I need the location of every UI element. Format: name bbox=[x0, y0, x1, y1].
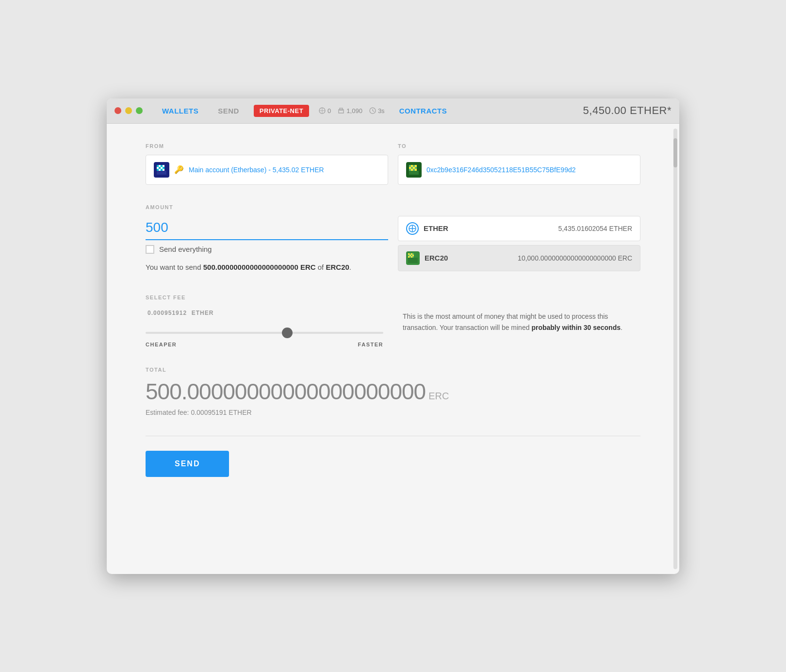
svg-rect-17 bbox=[157, 169, 159, 171]
from-account-icon bbox=[154, 162, 169, 178]
erc20-icon bbox=[406, 251, 420, 265]
currency-erc20-left: ERC20 bbox=[406, 251, 448, 265]
svg-rect-16 bbox=[163, 167, 164, 169]
fee-right: This is the most amount of money that mi… bbox=[403, 306, 640, 347]
send-button[interactable]: SEND bbox=[146, 451, 229, 477]
tab-wallets[interactable]: WALLETS bbox=[152, 98, 208, 124]
tab-contracts[interactable]: CONTRACTS bbox=[390, 107, 457, 115]
svg-rect-27 bbox=[409, 167, 411, 169]
total-label: TOTAL bbox=[146, 367, 640, 373]
tab-private-net[interactable]: PRIVATE-NET bbox=[254, 105, 309, 117]
ether-name: ETHER bbox=[424, 224, 448, 232]
erc20-balance: 10,000.00000000000000000000 ERC bbox=[518, 254, 632, 262]
divider bbox=[146, 436, 640, 436]
svg-rect-25 bbox=[413, 165, 415, 167]
send-everything-row: Send everything bbox=[146, 245, 388, 254]
to-label: TO bbox=[398, 143, 640, 149]
svg-rect-19 bbox=[161, 169, 163, 171]
from-account-name: Main account (Etherbase) - 5,435.02 ETHE… bbox=[189, 166, 324, 174]
svg-rect-29 bbox=[413, 167, 415, 169]
svg-rect-21 bbox=[157, 171, 166, 175]
svg-rect-33 bbox=[413, 169, 415, 171]
amount-input[interactable] bbox=[146, 216, 388, 240]
key-icon: 🔑 bbox=[174, 165, 184, 174]
amount-input-container: Send everything You want to send 500.000… bbox=[146, 216, 388, 275]
total-unit: ERC bbox=[428, 391, 449, 402]
from-section: FROM bbox=[146, 143, 388, 185]
blocks-status: 1,090 bbox=[338, 107, 362, 115]
fee-label: SELECT FEE bbox=[146, 295, 640, 300]
slider-labels: CHEAPER FASTER bbox=[146, 342, 383, 347]
svg-rect-12 bbox=[163, 165, 164, 167]
svg-rect-11 bbox=[161, 165, 163, 167]
to-section: TO bbox=[398, 143, 640, 185]
svg-rect-10 bbox=[159, 165, 161, 167]
total-section: TOTAL 500.00000000000000000000 ERC Estim… bbox=[146, 367, 640, 416]
maximize-button[interactable] bbox=[136, 107, 143, 114]
fee-section: SELECT FEE 0.000951912 ETHER CHEAPER FAS… bbox=[146, 295, 640, 347]
svg-rect-52 bbox=[408, 258, 418, 263]
fee-amount: 0.000951912 ETHER bbox=[146, 306, 383, 317]
svg-rect-20 bbox=[163, 169, 164, 171]
total-amount-row: 500.00000000000000000000 ERC bbox=[146, 378, 640, 405]
currency-ether[interactable]: ETHER 5,435.01602054 ETHER bbox=[398, 216, 640, 241]
svg-rect-28 bbox=[411, 167, 413, 169]
svg-rect-50 bbox=[411, 256, 412, 258]
scrollbar-thumb[interactable] bbox=[673, 138, 677, 167]
svg-rect-34 bbox=[415, 169, 417, 171]
svg-rect-13 bbox=[157, 167, 159, 169]
from-account-box[interactable]: 🔑 Main account (Etherbase) - 5,435.02 ET… bbox=[146, 155, 388, 185]
currency-panel: ETHER 5,435.01602054 ETHER bbox=[398, 216, 640, 275]
faster-label: FASTER bbox=[358, 342, 383, 347]
svg-rect-35 bbox=[409, 171, 419, 175]
svg-rect-15 bbox=[161, 167, 163, 169]
svg-rect-46 bbox=[411, 255, 412, 256]
send-info-text: You want to send 500.0000000000000000000… bbox=[146, 262, 388, 273]
scrollbar[interactable] bbox=[673, 129, 677, 569]
total-fee: Estimated fee: 0.00095191 ETHER bbox=[146, 409, 640, 416]
cheaper-label: CHEAPER bbox=[146, 342, 177, 347]
fee-info-text: This is the most amount of money that mi… bbox=[403, 311, 640, 334]
to-account-box[interactable]: 0xc2b9e316F246d35052118E51B55C75BfE99d2 bbox=[398, 155, 640, 185]
blocks-icon bbox=[338, 107, 344, 114]
currency-erc20[interactable]: ERC20 10,000.00000000000000000000 ERC bbox=[398, 245, 640, 271]
send-everything-label[interactable]: Send everything bbox=[159, 245, 212, 253]
balance-display: 5,450.00 ETHER* bbox=[583, 104, 671, 117]
svg-rect-18 bbox=[159, 169, 161, 171]
total-amount-value: 500.00000000000000000000 bbox=[146, 378, 426, 405]
minimize-button[interactable] bbox=[125, 107, 132, 114]
close-button[interactable] bbox=[115, 107, 121, 114]
amount-input-row: Send everything You want to send 500.000… bbox=[146, 216, 640, 275]
svg-rect-41 bbox=[409, 253, 411, 255]
slider-container bbox=[146, 327, 383, 336]
amount-label: AMOUNT bbox=[146, 204, 640, 210]
network-status: 0 1,090 3s bbox=[319, 107, 385, 115]
svg-line-7 bbox=[373, 111, 374, 112]
svg-rect-40 bbox=[408, 253, 409, 255]
svg-rect-4 bbox=[340, 108, 343, 110]
peers-icon bbox=[319, 107, 326, 114]
fee-left: 0.000951912 ETHER CHEAPER FASTER bbox=[146, 306, 383, 347]
send-everything-checkbox[interactable] bbox=[146, 245, 154, 254]
fee-slider[interactable] bbox=[146, 332, 383, 334]
svg-rect-9 bbox=[157, 165, 159, 167]
svg-rect-32 bbox=[411, 169, 413, 171]
svg-rect-51 bbox=[412, 256, 414, 258]
svg-rect-30 bbox=[415, 167, 417, 169]
clock-icon bbox=[369, 107, 376, 114]
ether-balance: 5,435.01602054 ETHER bbox=[558, 225, 632, 232]
amount-section: AMOUNT Send everything You want to send … bbox=[146, 204, 640, 275]
time-status: 3s bbox=[369, 107, 385, 115]
erc20-name: ERC20 bbox=[425, 254, 448, 262]
svg-rect-14 bbox=[159, 167, 161, 169]
svg-rect-44 bbox=[408, 255, 409, 256]
currency-ether-left: ETHER bbox=[406, 222, 448, 235]
tab-send[interactable]: SEND bbox=[208, 98, 249, 124]
main-content: FROM bbox=[107, 124, 679, 574]
from-label: FROM bbox=[146, 143, 388, 149]
from-to-row: FROM bbox=[146, 143, 640, 185]
svg-rect-23 bbox=[409, 165, 411, 167]
svg-rect-48 bbox=[408, 256, 409, 258]
fee-row: 0.000951912 ETHER CHEAPER FASTER This is… bbox=[146, 306, 640, 347]
peers-status: 0 bbox=[319, 107, 331, 115]
